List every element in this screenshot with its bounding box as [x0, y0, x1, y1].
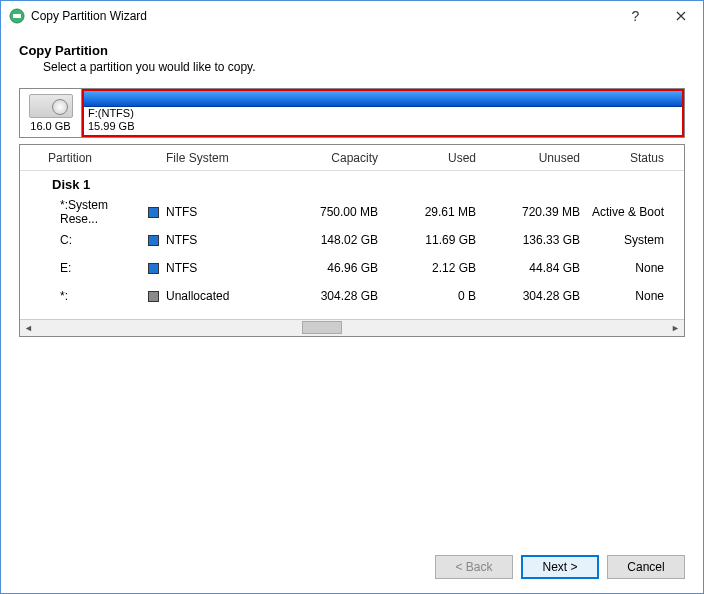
cancel-button[interactable]: Cancel: [607, 555, 685, 579]
partition-name-label: F:(NTFS): [84, 107, 682, 120]
cell-partition: E:: [20, 261, 148, 275]
scroll-track[interactable]: [37, 319, 667, 336]
cell-filesystem: NTFS: [166, 261, 270, 275]
cell-unused: 304.28 GB: [476, 289, 580, 303]
disk-overview-bar: 16.0 GB F:(NTFS) 15.99 GB: [19, 88, 685, 138]
cell-partition: C:: [20, 233, 148, 247]
cell-used: 0 B: [378, 289, 476, 303]
scroll-right-arrow[interactable]: ►: [667, 319, 684, 336]
cell-unused: 720.39 MB: [476, 205, 580, 219]
cell-fs-indicator: [148, 205, 166, 219]
cell-status: System: [580, 233, 678, 247]
window-title: Copy Partition Wizard: [31, 9, 613, 23]
back-button[interactable]: < Back: [435, 555, 513, 579]
list-header: Partition File System Capacity Used Unus…: [20, 145, 684, 171]
cell-filesystem: Unallocated: [166, 289, 270, 303]
selected-partition-block[interactable]: F:(NTFS) 15.99 GB: [82, 89, 684, 137]
disk-group-header: Disk 2: [20, 310, 684, 319]
disk-icon: [29, 94, 73, 118]
cell-status: Active & Boot: [580, 205, 678, 219]
disk-size-label: 16.0 GB: [30, 120, 70, 132]
titlebar: Copy Partition Wizard ?: [1, 1, 703, 31]
col-header-partition[interactable]: Partition: [20, 151, 148, 165]
scroll-left-arrow[interactable]: ◄: [20, 319, 37, 336]
cell-status: None: [580, 289, 678, 303]
disk-thumbnail: 16.0 GB: [20, 89, 82, 137]
help-button[interactable]: ?: [613, 1, 658, 31]
svg-rect-1: [13, 14, 21, 18]
cell-unused: 136.33 GB: [476, 233, 580, 247]
cell-partition: *:System Rese...: [20, 198, 148, 226]
partition-row[interactable]: *:Unallocated304.28 GB0 B304.28 GBNone: [20, 282, 684, 310]
partition-list: Partition File System Capacity Used Unus…: [19, 144, 685, 337]
partition-row[interactable]: E:NTFS46.96 GB2.12 GB44.84 GBNone: [20, 254, 684, 282]
cell-capacity: 304.28 GB: [270, 289, 378, 303]
list-body[interactable]: Disk 1*:System Rese...NTFS750.00 MB29.61…: [20, 171, 684, 319]
col-header-filesystem[interactable]: File System: [166, 151, 270, 165]
col-header-capacity[interactable]: Capacity: [270, 151, 378, 165]
content-area: Copy Partition Select a partition you wo…: [1, 31, 703, 541]
scroll-thumb[interactable]: [302, 321, 342, 334]
close-button[interactable]: [658, 1, 703, 31]
col-header-used[interactable]: Used: [378, 151, 476, 165]
partition-size-label: 15.99 GB: [84, 120, 682, 133]
cell-filesystem: NTFS: [166, 233, 270, 247]
cell-capacity: 148.02 GB: [270, 233, 378, 247]
footer-buttons: < Back Next > Cancel: [1, 541, 703, 593]
col-header-status[interactable]: Status: [580, 151, 678, 165]
disk-group-header: Disk 1: [20, 171, 684, 198]
cell-fs-indicator: [148, 261, 166, 275]
col-header-unused[interactable]: Unused: [476, 151, 580, 165]
cell-partition: *:: [20, 289, 148, 303]
next-button[interactable]: Next >: [521, 555, 599, 579]
horizontal-scrollbar[interactable]: ◄ ►: [20, 319, 684, 336]
partition-row[interactable]: C:NTFS148.02 GB11.69 GB136.33 GBSystem: [20, 226, 684, 254]
cell-used: 29.61 MB: [378, 205, 476, 219]
cell-status: None: [580, 261, 678, 275]
app-icon: [9, 8, 25, 24]
copy-partition-wizard-window: { "window": { "title": "Copy Partition W…: [0, 0, 704, 594]
cell-used: 2.12 GB: [378, 261, 476, 275]
page-heading: Copy Partition: [19, 43, 685, 58]
cell-fs-indicator: [148, 233, 166, 247]
partition-usage-bar: [84, 91, 682, 107]
cell-capacity: 46.96 GB: [270, 261, 378, 275]
cell-fs-indicator: [148, 289, 166, 303]
partition-row[interactable]: *:System Rese...NTFS750.00 MB29.61 MB720…: [20, 198, 684, 226]
cell-used: 11.69 GB: [378, 233, 476, 247]
cell-capacity: 750.00 MB: [270, 205, 378, 219]
cell-filesystem: NTFS: [166, 205, 270, 219]
cell-unused: 44.84 GB: [476, 261, 580, 275]
page-subheading: Select a partition you would like to cop…: [43, 60, 685, 74]
